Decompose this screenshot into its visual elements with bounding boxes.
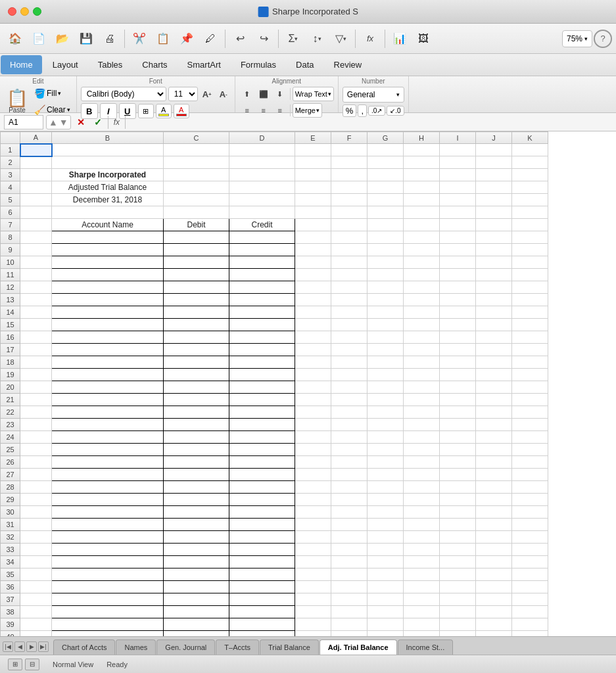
cell[interactable] <box>331 144 367 156</box>
cell[interactable] <box>440 169 476 181</box>
cell[interactable] <box>295 256 331 269</box>
tab-t-accts[interactable]: T–Accts <box>216 639 259 655</box>
cell[interactable] <box>476 544 512 556</box>
tab-first-btn[interactable]: |◀ <box>3 641 13 652</box>
cell[interactable] <box>164 606 229 618</box>
cell[interactable] <box>295 344 331 356</box>
cell[interactable] <box>404 219 440 231</box>
paste-button[interactable]: 📋 Paste <box>4 88 30 115</box>
menu-review[interactable]: Review <box>325 55 371 74</box>
cell[interactable] <box>52 631 164 637</box>
cell[interactable] <box>404 206 440 219</box>
col-header-f[interactable]: F <box>331 132 367 144</box>
cell[interactable] <box>476 394 512 406</box>
cell[interactable] <box>295 406 331 419</box>
cell[interactable] <box>52 494 164 506</box>
cell[interactable] <box>229 144 295 156</box>
cell[interactable] <box>367 394 404 406</box>
cell[interactable] <box>164 256 229 269</box>
cell[interactable] <box>295 569 331 581</box>
autosum-btn[interactable]: Σ▾ <box>282 28 304 50</box>
cell[interactable] <box>367 544 404 556</box>
cell[interactable] <box>404 156 440 169</box>
cell[interactable] <box>440 494 476 506</box>
cell[interactable] <box>331 206 367 219</box>
open-btn[interactable]: 📂 <box>51 28 74 50</box>
cell[interactable] <box>476 194 512 206</box>
cell[interactable] <box>229 419 295 431</box>
cell[interactable] <box>476 294 512 306</box>
align-bottom-btn[interactable]: ⬇ <box>272 87 288 101</box>
cell[interactable] <box>476 319 512 331</box>
cell[interactable] <box>367 219 404 231</box>
cell[interactable] <box>512 419 548 431</box>
cell[interactable] <box>52 331 164 344</box>
cell[interactable] <box>440 306 476 319</box>
cell[interactable] <box>512 631 548 637</box>
cell[interactable] <box>512 469 548 481</box>
cell[interactable] <box>331 256 367 269</box>
menu-charts[interactable]: Charts <box>133 55 176 74</box>
cell[interactable] <box>404 356 440 369</box>
cell[interactable] <box>440 194 476 206</box>
cell[interactable] <box>440 444 476 456</box>
cell[interactable] <box>440 469 476 481</box>
cell[interactable] <box>229 506 295 519</box>
menu-tables[interactable]: Tables <box>89 55 132 74</box>
cell[interactable] <box>404 494 440 506</box>
cell[interactable] <box>295 206 331 219</box>
cell[interactable] <box>229 194 295 206</box>
cell[interactable] <box>440 394 476 406</box>
cell[interactable] <box>440 244 476 256</box>
cell[interactable] <box>476 519 512 531</box>
cell[interactable] <box>476 569 512 581</box>
cell[interactable] <box>404 281 440 294</box>
cell[interactable] <box>20 219 52 231</box>
cell[interactable] <box>52 319 164 331</box>
cell[interactable] <box>229 593 295 606</box>
cell[interactable] <box>331 569 367 581</box>
tab-adj-trial-balance[interactable]: Adj. Trial Balance <box>320 639 397 655</box>
cell[interactable] <box>52 369 164 381</box>
cell[interactable] <box>331 381 367 394</box>
cell[interactable] <box>331 481 367 494</box>
cell[interactable] <box>367 469 404 481</box>
cell[interactable] <box>295 231 331 244</box>
cell[interactable] <box>440 256 476 269</box>
cell[interactable] <box>367 194 404 206</box>
cell[interactable] <box>367 181 404 194</box>
cell[interactable] <box>20 556 52 569</box>
cell[interactable] <box>367 631 404 637</box>
chart-btn[interactable]: 📊 <box>389 28 411 50</box>
cell[interactable] <box>404 531 440 544</box>
cell[interactable] <box>367 319 404 331</box>
cell[interactable] <box>476 156 512 169</box>
cell[interactable] <box>476 144 512 156</box>
cell[interactable] <box>20 331 52 344</box>
cell[interactable] <box>295 419 331 431</box>
cell[interactable] <box>440 231 476 244</box>
cell[interactable] <box>440 581 476 593</box>
cell[interactable] <box>367 206 404 219</box>
cell[interactable] <box>331 369 367 381</box>
cell[interactable] <box>440 544 476 556</box>
cell[interactable] <box>331 406 367 419</box>
tab-gen-journal[interactable]: Gen. Journal <box>156 639 215 655</box>
cell[interactable] <box>164 381 229 394</box>
cell[interactable] <box>512 319 548 331</box>
cell[interactable] <box>52 431 164 444</box>
cell[interactable] <box>52 356 164 369</box>
cell[interactable] <box>331 231 367 244</box>
menu-formulas[interactable]: Formulas <box>231 55 285 74</box>
cell[interactable] <box>512 519 548 531</box>
cell[interactable] <box>229 331 295 344</box>
cell[interactable] <box>164 194 229 206</box>
cell[interactable] <box>295 431 331 444</box>
cell[interactable] <box>404 431 440 444</box>
cell[interactable] <box>512 331 548 344</box>
cell[interactable] <box>512 269 548 281</box>
cell[interactable] <box>440 369 476 381</box>
window-controls[interactable] <box>8 7 41 16</box>
cell[interactable] <box>331 631 367 637</box>
cell[interactable] <box>440 319 476 331</box>
